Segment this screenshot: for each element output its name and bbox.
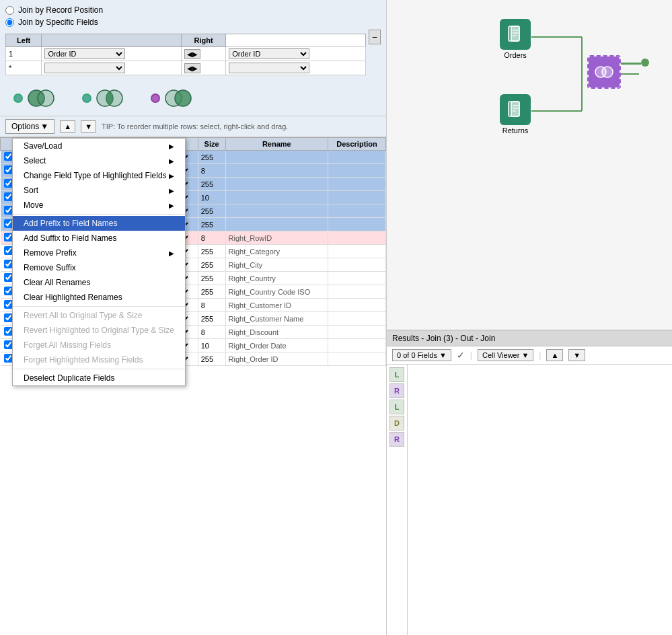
col-right-header: Right xyxy=(182,34,226,47)
returns-icon xyxy=(500,94,531,125)
right-join-green-dot xyxy=(151,94,160,103)
options-button[interactable]: Options ▼ xyxy=(5,119,54,134)
inner-join-icon-group[interactable] xyxy=(82,89,124,108)
svg-point-7 xyxy=(175,90,191,106)
join-node-icon xyxy=(589,57,620,87)
results-header-label: Results - Join (3) - Out - Join xyxy=(392,334,495,343)
menu-item-select[interactable]: Select ▶ xyxy=(13,153,185,168)
menu-item-remove-prefix[interactable]: Remove Prefix ▶ xyxy=(13,246,185,260)
row-description xyxy=(328,326,386,339)
results-content: L R L D R xyxy=(387,365,672,635)
row-rename: Right_Category xyxy=(225,245,328,258)
row-description xyxy=(328,191,386,204)
svg-rect-19 xyxy=(511,102,519,116)
join-type-icons xyxy=(0,81,386,116)
row-description xyxy=(328,352,386,366)
row-rename: Right_Discount xyxy=(225,326,328,339)
menu-item-forget-highlighted: Forget Highlighted Missing Fields xyxy=(13,352,185,367)
right-panel: Orders Returns xyxy=(387,0,672,635)
row-size: 8 xyxy=(198,231,225,245)
row-description xyxy=(328,178,386,191)
right-join-venn xyxy=(164,89,192,108)
row-size: 10 xyxy=(198,191,225,204)
menu-item-change-field-type[interactable]: Change Field Type of Highlighted Fields … xyxy=(13,168,185,183)
join-by-position-radio[interactable] xyxy=(5,6,14,15)
sidebar-icon-r2[interactable]: R xyxy=(389,432,404,447)
row-rename: Right_City xyxy=(225,258,328,272)
row-size: 255 xyxy=(198,312,225,326)
col-size: Size xyxy=(198,138,225,151)
field-toolbar: Options ▼ ▲ ▼ TIP: To reorder multiple r… xyxy=(0,116,386,137)
join-left-select-star[interactable] xyxy=(44,63,125,73)
move-down-button[interactable]: ▼ xyxy=(81,120,96,133)
menu-item-forget-all: Forget All Missing Fields xyxy=(13,338,185,352)
results-up-btn[interactable]: ▲ xyxy=(546,349,563,361)
row-rename: Right_Customer ID xyxy=(225,299,328,312)
row-rename xyxy=(225,191,328,204)
row-description xyxy=(328,245,386,258)
right-join-icon-group[interactable] xyxy=(151,89,192,108)
menu-item-clear-highlighted-renames[interactable]: Clear Highlighted Renames xyxy=(13,290,185,305)
menu-item-revert-highlighted: Revert Highlighted to Original Type & Si… xyxy=(13,323,185,338)
join-table-close-btn[interactable]: − xyxy=(369,30,381,44)
inner-join-green-dot xyxy=(82,94,91,103)
left-join-icon-group[interactable] xyxy=(13,89,55,108)
menu-item-deselect-duplicate[interactable]: Deselect Duplicate Fields xyxy=(13,371,185,385)
menu-item-clear-all-renames[interactable]: Clear All Renames xyxy=(13,275,185,290)
join-node[interactable] xyxy=(587,55,621,89)
col-description: Description xyxy=(328,138,386,151)
join-row-1: 1 Order ID ◀▶ Order ID xyxy=(6,47,366,61)
sidebar-icon-l1[interactable]: L xyxy=(389,367,404,382)
sidebar-icon-d1[interactable]: D xyxy=(389,416,404,431)
join-fields-table: Left Right 1 Order ID ◀▶ Order ID xyxy=(5,34,366,75)
row-description xyxy=(328,312,386,326)
inner-join-venn xyxy=(96,89,124,108)
results-panel: Results - Join (3) - Out - Join 0 of 0 F… xyxy=(387,330,672,635)
row-description xyxy=(328,151,386,164)
row-star-id: * xyxy=(9,64,11,72)
tip-text: TIP: To reorder multiple rows: select, r… xyxy=(102,122,381,130)
join-arrow-btn-star[interactable]: ◀▶ xyxy=(184,63,200,73)
col-rename: Rename xyxy=(225,138,328,151)
row-rename: Right_RowID xyxy=(225,231,328,245)
menu-item-move[interactable]: Move ▶ xyxy=(13,198,185,213)
sidebar-icon-l2[interactable]: L xyxy=(389,400,404,414)
menu-item-sort[interactable]: Sort ▶ xyxy=(13,183,185,198)
menu-item-save-load[interactable]: Save/Load ▶ xyxy=(13,139,185,153)
menu-item-remove-suffix[interactable]: Remove Suffix xyxy=(13,260,185,275)
join-right-select-1[interactable]: Order ID xyxy=(229,48,309,59)
row-rename xyxy=(225,178,328,191)
menu-sep-2 xyxy=(13,306,185,307)
row-description xyxy=(328,258,386,272)
results-toolbar: 0 of 0 Fields ▼ ✓ | Cell Viewer ▼ | ▲ ▼ xyxy=(387,346,672,365)
row-rename xyxy=(225,164,328,178)
join-right-select-star[interactable] xyxy=(229,63,309,73)
orders-icon xyxy=(500,19,531,50)
row-description xyxy=(328,204,386,218)
join-output-arrow xyxy=(621,63,641,65)
fields-dropdown-btn[interactable]: 0 of 0 Fields ▼ xyxy=(392,349,451,361)
row1-id: 1 xyxy=(9,50,13,58)
cell-viewer-btn[interactable]: Cell Viewer ▼ xyxy=(478,349,533,361)
row-rename: Right_Customer Name xyxy=(225,312,328,326)
menu-item-add-suffix[interactable]: Add Suffix to Field Names xyxy=(13,231,185,246)
sidebar-icon-r1[interactable]: R xyxy=(389,383,404,398)
row-size: 255 xyxy=(198,272,225,285)
move-up-button[interactable]: ▲ xyxy=(60,120,75,133)
row-rename xyxy=(225,204,328,218)
results-down-btn[interactable]: ▼ xyxy=(568,349,585,361)
left-join-green-dot xyxy=(13,94,23,103)
svg-point-1 xyxy=(38,90,54,106)
join-row-star: * ◀▶ xyxy=(6,61,366,75)
canvas-area: Orders Returns xyxy=(387,0,672,330)
menu-item-add-prefix[interactable]: Add Prefix to Field Names xyxy=(13,216,185,231)
orders-node[interactable]: Orders xyxy=(500,19,531,59)
row-size: 255 xyxy=(198,151,225,164)
join-by-fields-radio[interactable] xyxy=(5,18,14,27)
returns-node[interactable]: Returns xyxy=(500,94,531,135)
row-size: 10 xyxy=(198,339,225,352)
menu-sep-3 xyxy=(13,369,185,369)
join-arrow-btn-1[interactable]: ◀▶ xyxy=(184,49,200,59)
join-left-select-1[interactable]: Order ID xyxy=(44,48,125,59)
row-size: 255 xyxy=(198,352,225,366)
